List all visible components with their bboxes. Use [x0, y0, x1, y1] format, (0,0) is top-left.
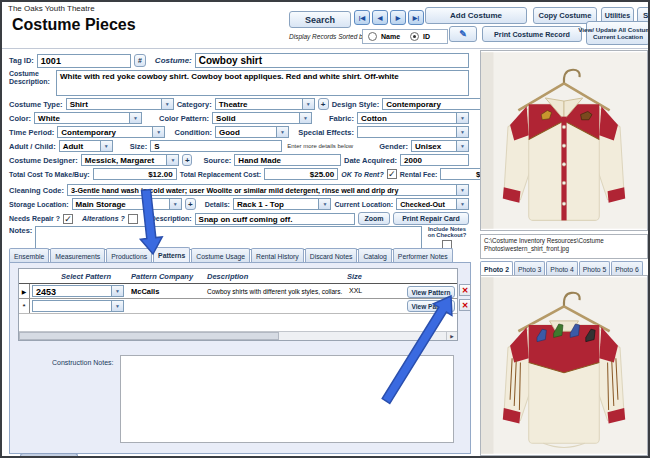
dropdown-arrow-icon[interactable]: ▼ — [153, 126, 165, 138]
tab-photo-2[interactable]: Photo 2 — [480, 261, 513, 275]
next-record-icon[interactable]: ▶ — [390, 10, 406, 25]
dropdown-arrow-icon[interactable]: ▼ — [130, 112, 142, 124]
last-record-icon[interactable]: ▶| — [408, 10, 424, 25]
dropdown-arrow-icon[interactable]: ▼ — [457, 126, 469, 138]
new-row-selector-icon: * — [19, 299, 30, 313]
hscroll-right-icon[interactable]: ▶ — [446, 332, 457, 340]
dropdown-arrow-icon[interactable]: ▼ — [112, 300, 124, 312]
ok-to-rent-label: OK To Rent? — [341, 171, 384, 178]
repair-description-field[interactable]: Snap on cuff coming off. — [195, 213, 355, 225]
dropdown-arrow-icon[interactable]: ▼ — [457, 112, 469, 124]
costume-name-field[interactable]: Cowboy shirt — [195, 53, 469, 68]
category-dropdown[interactable]: Theatre ▼ — [215, 98, 315, 110]
pattern-number-dropdown-new[interactable]: ▼ — [32, 300, 124, 312]
dropdown-arrow-icon[interactable]: ▼ — [303, 98, 315, 110]
costume-type-label: Costume Type: — [9, 100, 63, 109]
replacement-cost-field[interactable]: $25.00 — [264, 168, 338, 180]
dropdown-arrow-icon[interactable]: ▼ — [101, 140, 113, 152]
adult-child-dropdown[interactable]: Adult ▼ — [59, 140, 113, 152]
dropdown-arrow-icon[interactable]: ▼ — [277, 126, 289, 138]
time-period-dropdown[interactable]: Contemporary ▼ — [57, 126, 165, 138]
dropdown-arrow-icon[interactable]: ▼ — [170, 198, 182, 210]
add-designer-button[interactable]: + — [182, 154, 192, 166]
condition-dropdown[interactable]: Good ▼ — [215, 126, 289, 138]
dropdown-arrow-icon[interactable]: ▼ — [457, 140, 469, 152]
costume-type-dropdown[interactable]: Shirt ▼ — [66, 98, 174, 110]
tab-patterns[interactable]: Patterns — [153, 247, 190, 262]
tab-performer-notes[interactable]: Performer Notes — [393, 248, 453, 262]
storage-location-dropdown[interactable]: Main Storage ▼ — [72, 198, 182, 210]
tab-photo-5[interactable]: Photo 5 — [579, 261, 610, 275]
hscrollbar-thumb[interactable] — [19, 332, 279, 340]
tab-discard-notes[interactable]: Discard Notes — [305, 248, 358, 262]
zoom-button[interactable]: Zoom — [358, 212, 390, 225]
date-acquired-field[interactable]: 2000 — [400, 154, 469, 166]
design-style-dropdown[interactable]: Contemporary ▼ — [382, 98, 494, 110]
cleaning-code-dropdown[interactable]: 3-Gentle hand wash in cold water; user W… — [67, 184, 469, 196]
current-location-dropdown[interactable]: Checked-Out ▼ — [396, 198, 469, 210]
print-costume-record-button[interactable]: Print Costume Record — [482, 26, 582, 42]
record-navigation: |◀ ◀ ▶ ▶| — [354, 10, 424, 25]
size-field[interactable]: S — [150, 140, 282, 152]
total-cost-field[interactable]: $12.00 — [93, 168, 177, 180]
add-costume-button[interactable]: Add Costume — [425, 7, 527, 24]
tab-catalog[interactable]: Catalog — [358, 248, 391, 262]
photo-frame-front[interactable] — [480, 50, 648, 231]
dropdown-arrow-icon[interactable]: ▼ — [167, 154, 179, 166]
view-pattern-button[interactable]: View Pattern — [407, 300, 455, 312]
add-category-button[interactable]: + — [318, 98, 329, 110]
tab-photo-6[interactable]: Photo 6 — [611, 261, 642, 275]
color-dropdown[interactable]: White ▼ — [34, 112, 142, 124]
row-divider — [19, 313, 457, 314]
pattern-hscrollbar[interactable]: ▶ — [19, 331, 457, 340]
delete-pattern-row-icon[interactable]: ✕ — [459, 284, 471, 296]
edit-record-icon[interactable]: ✎ — [449, 26, 477, 42]
costume-designer-dropdown[interactable]: Messick, Margaret ▼ — [81, 154, 180, 166]
details-dropdown[interactable]: Rack 1 - Top ▼ — [233, 198, 331, 210]
tag-id-field[interactable]: 1001 — [37, 54, 131, 68]
tab-photo-3[interactable]: Photo 3 — [514, 261, 545, 275]
dropdown-arrow-icon[interactable]: ▼ — [112, 285, 124, 297]
pattern-number-dropdown[interactable]: 2453 ▼ — [32, 285, 124, 297]
notes-field[interactable] — [35, 226, 422, 250]
add-storage-location-button[interactable]: + — [185, 198, 196, 210]
detail-tab-strip: Ensemble Measurements Productions Patter… — [9, 248, 453, 262]
costume-description-label: Costume Description: — [9, 70, 53, 86]
construction-notes-field[interactable] — [120, 355, 454, 443]
gender-dropdown[interactable]: Unisex ▼ — [411, 140, 469, 152]
tab-rental-history[interactable]: Rental History — [251, 248, 304, 262]
dropdown-arrow-icon[interactable]: ▼ — [300, 112, 312, 124]
tab-ensemble[interactable]: Ensemble — [9, 248, 49, 262]
photo-frame-back[interactable] — [480, 275, 648, 456]
needs-repair-label: Needs Repair ? — [9, 215, 60, 222]
tab-measurements[interactable]: Measurements — [50, 248, 105, 262]
view-update-all-costumes-button[interactable]: View/ Update All Costumes Current Locati… — [586, 21, 650, 45]
alterations-checkbox[interactable] — [128, 214, 138, 224]
fabric-dropdown[interactable]: Cotton ▼ — [357, 112, 469, 124]
dropdown-arrow-icon[interactable]: ▼ — [457, 198, 469, 210]
color-pattern-dropdown[interactable]: Solid ▼ — [212, 112, 312, 124]
hash-button[interactable]: # — [134, 54, 146, 67]
tab-costume-usage[interactable]: Costume Usage — [191, 248, 250, 262]
previous-record-icon[interactable]: ◀ — [372, 10, 388, 25]
search-button[interactable]: Search — [289, 11, 351, 28]
sort-id-radio[interactable] — [410, 32, 419, 41]
color-label: Color: — [9, 114, 31, 123]
record-navigator-clipped[interactable] — [20, 453, 78, 458]
dropdown-arrow-icon[interactable]: ▼ — [162, 98, 174, 110]
sort-name-radio[interactable] — [368, 32, 377, 41]
dropdown-arrow-icon[interactable]: ▼ — [319, 198, 331, 210]
needs-repair-checkbox[interactable]: ✓ — [63, 214, 73, 224]
view-pattern-button[interactable]: View Pattern — [407, 286, 455, 298]
costume-description-field[interactable]: White with red yoke cowboy shirt. Cowboy… — [56, 70, 469, 96]
tab-productions[interactable]: Productions — [106, 248, 152, 262]
tab-photo-4[interactable]: Photo 4 — [546, 261, 577, 275]
ok-to-rent-checkbox[interactable]: ✓ — [387, 169, 397, 179]
first-record-icon[interactable]: |◀ — [354, 10, 370, 25]
delete-pattern-row-icon[interactable]: ✕ — [459, 299, 471, 311]
current-row-selector-icon[interactable]: ▶ — [19, 284, 30, 298]
special-effects-dropdown[interactable]: ▼ — [357, 126, 469, 138]
source-field[interactable]: Hand Made — [234, 154, 341, 166]
dropdown-arrow-icon[interactable]: ▼ — [457, 184, 469, 196]
print-repair-card-button[interactable]: Print Repair Card — [393, 212, 469, 225]
